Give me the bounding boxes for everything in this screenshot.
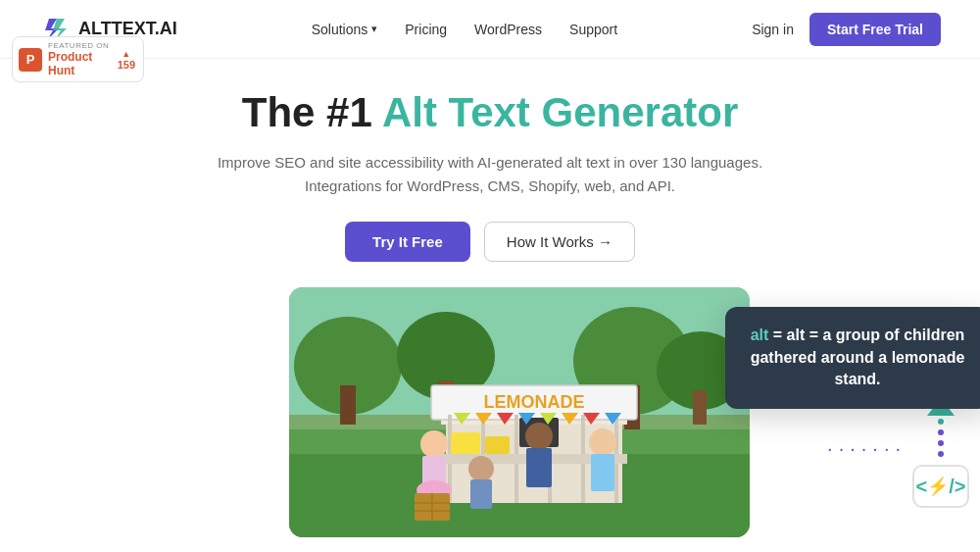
svg-point-45 (589, 428, 616, 456)
code-icon: < ⚡ /> (912, 465, 969, 508)
svg-point-38 (420, 430, 448, 458)
sign-in-link[interactable]: Sign in (752, 22, 794, 37)
product-hunt-text: FEATURED ON Product Hunt (48, 41, 112, 77)
svg-rect-36 (451, 432, 480, 454)
try-it-free-button[interactable]: Try It Free (345, 222, 470, 262)
lemonade-scene-image: LEMONADE 10¢ (289, 287, 750, 537)
svg-rect-42 (470, 479, 492, 509)
nav-links: Solutions ▾ Pricing WordPress Support (312, 22, 617, 37)
svg-text:LEMONADE: LEMONADE (484, 392, 585, 412)
svg-rect-44 (526, 448, 552, 487)
nav-pricing[interactable]: Pricing (405, 22, 447, 37)
hero-section: The #1 Alt Text Generator Improve SEO an… (0, 59, 980, 537)
svg-point-43 (525, 423, 553, 450)
hero-buttons: Try It Free How It Works → (345, 222, 635, 262)
svg-rect-37 (485, 436, 510, 454)
nav-solutions[interactable]: Solutions ▾ (312, 22, 378, 37)
start-free-trial-button[interactable]: Start Free Trial (809, 13, 941, 46)
arrow-dots (938, 419, 944, 457)
hero-title: The #1 Alt Text Generator (242, 88, 738, 137)
chevron-down-icon: ▾ (371, 23, 377, 35)
svg-rect-11 (693, 390, 707, 425)
navbar: ALTTEXT.AI Solutions ▾ Pricing WordPress… (0, 0, 980, 59)
how-it-works-button[interactable]: How It Works → (484, 222, 635, 262)
alt-text-tooltip: alt = alt = a group of children gathered… (725, 307, 980, 408)
svg-rect-5 (340, 385, 356, 425)
hero-subtitle: Improve SEO and site accessibility with … (218, 151, 762, 198)
svg-rect-46 (591, 454, 614, 491)
demo-section: LEMONADE 10¢ (0, 287, 980, 537)
demo-image: LEMONADE 10¢ (289, 287, 750, 537)
product-hunt-icon: P (19, 48, 42, 72)
nav-support[interactable]: Support (569, 22, 617, 37)
nav-wordpress[interactable]: WordPress (474, 22, 542, 37)
product-hunt-count: ▲ 159 (118, 49, 135, 71)
nav-right: Sign in Start Free Trial (752, 13, 941, 46)
dotted-line: ······· (827, 437, 906, 460)
product-hunt-badge[interactable]: P FEATURED ON Product Hunt ▲ 159 (12, 36, 144, 82)
svg-point-41 (468, 456, 494, 481)
